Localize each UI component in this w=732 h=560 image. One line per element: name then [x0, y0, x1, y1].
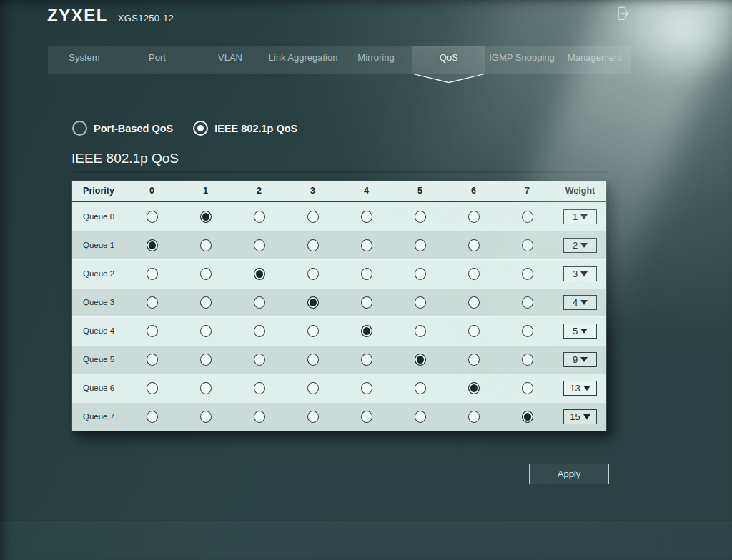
priority-radio-5[interactable] [415, 296, 426, 309]
apply-button[interactable]: Apply [529, 464, 609, 484]
priority-radio-3[interactable] [307, 239, 319, 251]
weight-select[interactable]: 9 [563, 352, 597, 367]
tab-link-aggregation[interactable]: Link Aggregation [267, 46, 340, 74]
dropdown-caret-icon [580, 271, 588, 276]
priority-radio-4[interactable] [361, 296, 372, 309]
priority-radio-0[interactable] [147, 354, 158, 366]
weight-select[interactable]: 5 [563, 324, 597, 339]
priority-cell [179, 411, 232, 423]
radio-ieee-8021p-qos[interactable]: IEEE 802.1p QoS [193, 121, 297, 136]
weight-select[interactable]: 3 [563, 266, 597, 281]
priority-radio-6[interactable] [468, 211, 480, 223]
priority-radio-0[interactable] [147, 239, 158, 251]
priority-radio-7[interactable] [522, 382, 533, 394]
priority-radio-3[interactable] [307, 211, 319, 223]
weight-cell: 3 [554, 266, 606, 281]
weight-select[interactable]: 15 [563, 409, 597, 424]
tab-vlan[interactable]: VLAN [194, 46, 267, 74]
priority-radio-1[interactable] [200, 325, 212, 337]
priority-radio-1[interactable] [200, 239, 212, 251]
priority-radio-3[interactable] [307, 325, 319, 337]
priority-radio-5[interactable] [415, 325, 426, 337]
priority-radio-4[interactable] [361, 325, 372, 337]
priority-radio-2[interactable] [254, 268, 265, 280]
priority-radio-7[interactable] [522, 239, 533, 251]
priority-radio-7[interactable] [522, 325, 533, 337]
priority-radio-1[interactable] [200, 211, 212, 223]
priority-cell [286, 325, 340, 337]
priority-radio-4[interactable] [361, 239, 372, 251]
priority-radio-5[interactable] [415, 411, 426, 423]
priority-radio-7[interactable] [522, 354, 533, 366]
tab-system[interactable]: System [48, 46, 121, 74]
priority-radio-6[interactable] [468, 296, 480, 309]
tab-management[interactable]: Management [558, 46, 631, 74]
priority-radio-0[interactable] [147, 211, 158, 223]
priority-radio-1[interactable] [200, 268, 212, 280]
table-row: Queue 613 [72, 374, 606, 402]
logout-icon[interactable] [613, 4, 632, 26]
priority-radio-7[interactable] [522, 411, 533, 423]
priority-radio-4[interactable] [361, 268, 372, 280]
priority-cell [340, 354, 393, 366]
priority-radio-3[interactable] [307, 268, 319, 280]
priority-radio-1[interactable] [200, 382, 212, 394]
priority-radio-1[interactable] [200, 411, 212, 423]
priority-radio-1[interactable] [200, 354, 212, 366]
priority-radio-5[interactable] [415, 211, 426, 223]
queue-label: Queue 4 [72, 326, 125, 335]
priority-radio-4[interactable] [361, 411, 372, 423]
priority-radio-4[interactable] [361, 354, 372, 366]
tab-qos[interactable]: QoS [412, 46, 485, 84]
priority-radio-0[interactable] [147, 382, 158, 394]
priority-radio-2[interactable] [254, 411, 265, 423]
weight-select[interactable]: 4 [563, 295, 597, 310]
weight-select[interactable]: 13 [563, 381, 597, 396]
weight-value: 9 [573, 354, 578, 365]
priority-radio-3[interactable] [307, 411, 319, 423]
priority-radio-6[interactable] [468, 268, 480, 280]
priority-radio-2[interactable] [254, 211, 265, 223]
priority-radio-2[interactable] [254, 382, 265, 394]
radio-port-based-qos[interactable]: Port-Based QoS [72, 121, 173, 136]
priority-radio-3[interactable] [307, 296, 319, 309]
weight-select[interactable]: 1 [563, 209, 597, 224]
tab-port[interactable]: Port [121, 46, 194, 74]
priority-radio-3[interactable] [307, 382, 319, 394]
priority-radio-2[interactable] [254, 354, 265, 366]
priority-radio-5[interactable] [415, 382, 426, 394]
priority-radio-3[interactable] [307, 354, 319, 366]
priority-cell [340, 325, 393, 337]
priority-radio-4[interactable] [361, 382, 372, 394]
priority-radio-0[interactable] [147, 268, 158, 280]
weight-select[interactable]: 2 [563, 238, 597, 253]
priority-radio-5[interactable] [415, 268, 426, 280]
priority-radio-7[interactable] [522, 296, 533, 309]
priority-radio-2[interactable] [254, 239, 265, 251]
priority-radio-1[interactable] [200, 296, 212, 309]
priority-radio-5[interactable] [415, 354, 426, 366]
priority-cell [232, 354, 286, 366]
priority-radio-6[interactable] [468, 354, 480, 366]
priority-radio-6[interactable] [468, 382, 480, 394]
tab-label: QoS [440, 52, 458, 63]
weight-cell: 15 [554, 409, 606, 424]
priority-radio-7[interactable] [522, 268, 533, 280]
priority-radio-6[interactable] [468, 325, 480, 337]
priority-radio-0[interactable] [147, 325, 158, 337]
tab-mirroring[interactable]: Mirroring [340, 46, 412, 74]
priority-cell [286, 211, 340, 223]
tab-igmp-snooping[interactable]: IGMP Snooping [485, 46, 558, 74]
priority-radio-6[interactable] [468, 239, 480, 251]
priority-radio-6[interactable] [468, 411, 480, 423]
priority-radio-2[interactable] [254, 325, 265, 337]
priority-radio-5[interactable] [415, 239, 426, 251]
priority-radio-7[interactable] [522, 211, 533, 223]
weight-cell: 9 [554, 352, 606, 367]
priority-cell [500, 239, 554, 251]
priority-radio-4[interactable] [361, 211, 372, 223]
priority-cell [125, 268, 179, 280]
priority-radio-0[interactable] [147, 296, 158, 309]
priority-radio-2[interactable] [254, 296, 265, 309]
priority-radio-0[interactable] [147, 411, 158, 423]
